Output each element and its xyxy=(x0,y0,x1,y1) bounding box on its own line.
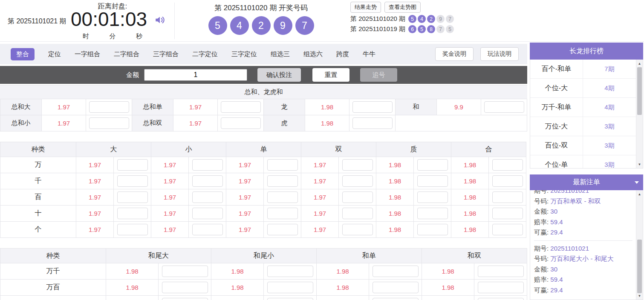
bet-amount-input[interactable] xyxy=(267,191,298,203)
record-label: 赔率: xyxy=(534,276,549,283)
nav-tab[interactable]: 二字组合 xyxy=(114,50,139,58)
bet-amount-input[interactable] xyxy=(192,191,223,203)
scroll-up-arrow-icon[interactable]: ▲ xyxy=(636,191,643,197)
speaker-icon[interactable] xyxy=(154,14,165,27)
bet-input-cell xyxy=(474,296,527,300)
bet-amount-input[interactable] xyxy=(492,159,523,171)
bet-amount-input[interactable] xyxy=(192,159,223,171)
bet-odds: 1.98 xyxy=(317,263,369,280)
bet-input-cell xyxy=(489,189,526,206)
bet-amount-input[interactable] xyxy=(267,224,298,235)
ranking-streak: 7期 xyxy=(583,60,636,78)
bet-amount-input[interactable] xyxy=(267,298,313,300)
bet-amount-input[interactable] xyxy=(192,208,223,219)
scrollbar-thumb[interactable] xyxy=(637,67,642,115)
bet-amount-input[interactable] xyxy=(484,101,524,113)
confirm-bet-button[interactable]: 确认投注 xyxy=(257,68,301,82)
bet-amount-input[interactable] xyxy=(342,191,373,203)
reset-button[interactable]: 重置 xyxy=(312,68,349,82)
bet-amount-input[interactable] xyxy=(117,175,148,187)
bet-amount-input[interactable] xyxy=(267,175,298,187)
bet-input-cell xyxy=(369,296,422,300)
nav-tab[interactable]: 三字定位 xyxy=(231,50,257,58)
nav-tab[interactable]: 组选六 xyxy=(303,50,323,58)
bet-amount-input[interactable] xyxy=(478,282,524,293)
bet-amount-input[interactable] xyxy=(417,159,448,171)
nav-tab[interactable]: 定位 xyxy=(48,50,61,58)
bet-amount-input[interactable] xyxy=(117,159,148,171)
bet-odds xyxy=(106,296,159,300)
nav-tab[interactable]: 整合 xyxy=(11,48,35,60)
bet-amount-input[interactable] xyxy=(267,208,298,219)
bet-amount-input[interactable] xyxy=(492,224,523,235)
nav-tab[interactable]: 二字定位 xyxy=(192,50,218,58)
info-button[interactable]: 玩法说明 xyxy=(480,47,519,61)
empty-cell xyxy=(396,115,527,131)
scroll-down-arrow-icon[interactable]: ▼ xyxy=(636,161,643,168)
bet-amount-input[interactable] xyxy=(352,117,393,129)
bet-input-cell xyxy=(86,99,132,115)
nav-tab[interactable]: 三字组合 xyxy=(153,50,179,58)
bet-odds: 1.97 xyxy=(226,189,264,206)
trend-button[interactable]: 查看走势图 xyxy=(384,2,421,13)
bet-amount-input[interactable] xyxy=(478,298,524,300)
nav-tab[interactable]: 组选三 xyxy=(271,50,290,58)
record-label: 金额: xyxy=(534,208,549,215)
bet-amount-input[interactable] xyxy=(117,224,148,235)
bet-amount-input[interactable] xyxy=(417,191,448,203)
bet-amount-input[interactable] xyxy=(492,208,523,219)
bet-input-cell xyxy=(349,99,396,115)
bet-amount-input[interactable] xyxy=(342,159,373,171)
collapse-caret-icon[interactable] xyxy=(635,181,639,184)
bet-input-cell xyxy=(189,173,226,189)
bet-amount-input[interactable] xyxy=(492,175,523,187)
scrollbar[interactable]: ▲ ▼ xyxy=(636,60,643,168)
info-button[interactable]: 奖金说明 xyxy=(435,47,474,61)
bet-amount-input[interactable] xyxy=(221,117,261,129)
bet-amount-input[interactable] xyxy=(162,282,208,293)
bet-amount-input[interactable] xyxy=(162,266,208,277)
bet-amount-input[interactable] xyxy=(373,298,419,300)
nav-tab[interactable]: 一字组合 xyxy=(75,50,100,58)
record-code: 万百和单双 - 和双 xyxy=(549,197,601,205)
bet-amount-input[interactable] xyxy=(192,175,223,187)
bet-amount-input[interactable] xyxy=(267,159,298,171)
bet-amount-input[interactable] xyxy=(267,282,313,293)
digit-position-table: 种类大小单双质合万1.971.971.971.971.981.98千1.971.… xyxy=(0,142,526,238)
bet-amount-input[interactable] xyxy=(342,208,373,219)
bet-amount-input[interactable] xyxy=(342,175,373,187)
bet-amount-input[interactable] xyxy=(373,266,419,277)
draw-balls: 54297 xyxy=(175,16,347,35)
bet-amount-input[interactable] xyxy=(89,101,129,113)
bet-amount-input[interactable] xyxy=(352,101,393,113)
amount-input[interactable] xyxy=(144,69,247,81)
unit-second: 秒 xyxy=(136,32,142,40)
bet-amount-input[interactable] xyxy=(117,208,148,219)
current-period: 第 20251101021 期 xyxy=(8,17,66,26)
scrollbar[interactable]: ▲ ▼ xyxy=(636,190,643,300)
bet-amount-input[interactable] xyxy=(373,282,419,293)
bet-amount-input[interactable] xyxy=(417,175,448,187)
nav-tab[interactable]: 牛牛 xyxy=(363,50,375,58)
chase-number-button[interactable]: 追号 xyxy=(360,68,397,82)
bet-amount-input[interactable] xyxy=(89,117,129,129)
scroll-down-arrow-icon[interactable]: ▼ xyxy=(636,292,643,299)
bet-amount-input[interactable] xyxy=(342,224,373,235)
bet-amount-input[interactable] xyxy=(162,298,208,300)
bet-amount-input[interactable] xyxy=(492,191,523,203)
scrollbar-thumb[interactable] xyxy=(637,240,642,293)
history-period-label: 第 20251101019 期 xyxy=(350,25,405,33)
bet-amount-input[interactable] xyxy=(478,266,524,277)
trend-button[interactable]: 结果走势 xyxy=(350,2,381,13)
record-line: 号码: 万百和单双 - 和双 xyxy=(534,196,632,207)
history-ball: 4 xyxy=(418,15,426,23)
bet-amount-input[interactable] xyxy=(417,208,448,219)
scroll-up-arrow-icon[interactable]: ▲ xyxy=(636,60,643,67)
nav-tab[interactable]: 跨度 xyxy=(336,50,349,58)
bet-amount-input[interactable] xyxy=(117,191,148,203)
record-line: 可赢: 29.4 xyxy=(534,227,632,238)
bet-amount-input[interactable] xyxy=(221,101,261,113)
bet-amount-input[interactable] xyxy=(192,224,223,235)
bet-amount-input[interactable] xyxy=(267,266,313,277)
bet-amount-input[interactable] xyxy=(417,224,448,235)
